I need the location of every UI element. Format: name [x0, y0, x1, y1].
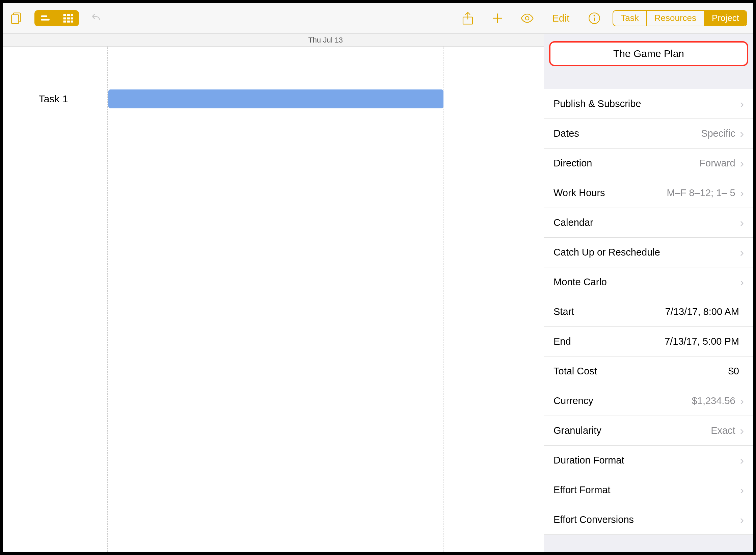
gantt-area: Thu Jul 13 Task 1: [3, 34, 544, 552]
view-mode-network-icon[interactable]: [57, 10, 79, 26]
row-label: Duration Format: [554, 455, 624, 466]
row-value: Forward: [699, 158, 735, 169]
row-value: 7/13/17, 8:00 AM: [665, 306, 739, 317]
chevron-right-icon: ›: [740, 246, 744, 259]
row-label: Start: [554, 306, 574, 317]
row-work-hours[interactable]: Work Hours M–F 8–12; 1– 5 ›: [544, 178, 753, 208]
row-calendar[interactable]: Calendar ›: [544, 208, 753, 238]
svg-rect-11: [67, 20, 70, 22]
view-mode-toggle[interactable]: [34, 10, 79, 26]
tab-task[interactable]: Task: [613, 11, 646, 26]
row-label: Catch Up or Reschedule: [554, 247, 660, 258]
row-label: Total Cost: [554, 366, 597, 377]
gantt-date-header: Thu Jul 13: [3, 34, 544, 47]
row-granularity[interactable]: Granularity Exact ›: [544, 416, 753, 446]
inspector-panel: Publish & Subscribe › Dates Specific › D…: [544, 34, 753, 552]
row-label: Publish & Subscribe: [554, 98, 641, 109]
row-label: End: [554, 336, 571, 347]
row-value: 7/13/17, 5:00 PM: [665, 336, 739, 347]
row-duration-format[interactable]: Duration Format ›: [544, 446, 753, 475]
svg-rect-12: [71, 20, 73, 22]
row-effort-conversions[interactable]: Effort Conversions ›: [544, 505, 753, 535]
gantt-date-label: Thu Jul 13: [107, 34, 544, 46]
row-effort-format[interactable]: Effort Format ›: [544, 475, 753, 505]
task-row[interactable]: Task 1: [3, 84, 544, 114]
svg-point-16: [594, 15, 595, 16]
toolbar: Edit Task Resources Project: [3, 3, 753, 34]
chevron-right-icon: ›: [740, 127, 744, 140]
gantt-body[interactable]: Task 1: [3, 47, 544, 552]
view-mode-gantt-icon[interactable]: [34, 10, 57, 26]
row-label: Dates: [554, 128, 579, 139]
row-catch-up[interactable]: Catch Up or Reschedule ›: [544, 238, 753, 267]
chevron-right-icon: ›: [740, 513, 744, 526]
chevron-right-icon: ›: [740, 97, 744, 110]
chevron-right-icon: ›: [740, 275, 744, 289]
chevron-right-icon: ›: [740, 454, 744, 467]
project-title-field[interactable]: [549, 41, 748, 66]
svg-point-14: [525, 16, 529, 20]
inspector-tabs: Task Resources Project: [613, 10, 747, 26]
eye-icon[interactable]: [519, 10, 535, 26]
row-label: Currency: [554, 395, 593, 406]
chevron-right-icon: ›: [740, 186, 744, 200]
documents-icon[interactable]: [9, 10, 25, 26]
svg-rect-7: [63, 17, 66, 19]
row-direction[interactable]: Direction Forward ›: [544, 149, 753, 178]
svg-rect-5: [67, 14, 70, 16]
row-value: $0: [728, 366, 739, 377]
svg-rect-10: [63, 20, 66, 22]
info-icon[interactable]: [586, 10, 602, 26]
chevron-right-icon: ›: [740, 424, 744, 437]
row-currency[interactable]: Currency $1,234.56 ›: [544, 386, 753, 416]
gantt-column-divider: [443, 47, 443, 552]
row-label: Effort Conversions: [554, 514, 634, 525]
chevron-right-icon: ›: [740, 394, 744, 407]
row-dates[interactable]: Dates Specific ›: [544, 119, 753, 149]
row-label: Granularity: [554, 425, 601, 436]
svg-rect-6: [71, 14, 73, 16]
row-label: Calendar: [554, 217, 593, 228]
svg-rect-1: [11, 15, 19, 23]
gantt-column-divider: [107, 47, 108, 552]
share-icon[interactable]: [460, 10, 476, 26]
tab-resources[interactable]: Resources: [646, 11, 704, 26]
chevron-right-icon: ›: [740, 483, 744, 497]
row-value: M–F 8–12; 1– 5: [667, 187, 735, 199]
row-label: Effort Format: [554, 484, 611, 496]
svg-rect-3: [41, 19, 49, 20]
svg-rect-8: [67, 17, 70, 19]
task-bar[interactable]: [108, 89, 443, 108]
row-label: Work Hours: [554, 187, 605, 199]
row-value: $1,234.56: [692, 395, 735, 406]
chevron-right-icon: ›: [740, 157, 744, 170]
row-total-cost[interactable]: Total Cost $0: [544, 356, 753, 386]
row-publish-subscribe[interactable]: Publish & Subscribe ›: [544, 89, 753, 119]
svg-rect-2: [41, 15, 47, 17]
row-end[interactable]: End 7/13/17, 5:00 PM: [544, 327, 753, 356]
svg-rect-9: [71, 17, 73, 19]
add-icon[interactable]: [489, 10, 506, 26]
row-start[interactable]: Start 7/13/17, 8:00 AM: [544, 297, 753, 327]
row-value: Specific: [701, 128, 735, 139]
project-title-input[interactable]: [557, 48, 740, 59]
undo-icon[interactable]: [88, 10, 105, 26]
row-monte-carlo[interactable]: Monte Carlo ›: [544, 267, 753, 297]
row-value: Exact: [711, 425, 735, 436]
row-label: Direction: [554, 158, 592, 169]
row-label: Monte Carlo: [554, 276, 607, 288]
edit-button[interactable]: Edit: [549, 12, 573, 24]
task-label[interactable]: Task 1: [3, 93, 104, 105]
chevron-right-icon: ›: [740, 216, 744, 229]
svg-rect-4: [63, 14, 66, 16]
tab-project[interactable]: Project: [704, 11, 747, 26]
